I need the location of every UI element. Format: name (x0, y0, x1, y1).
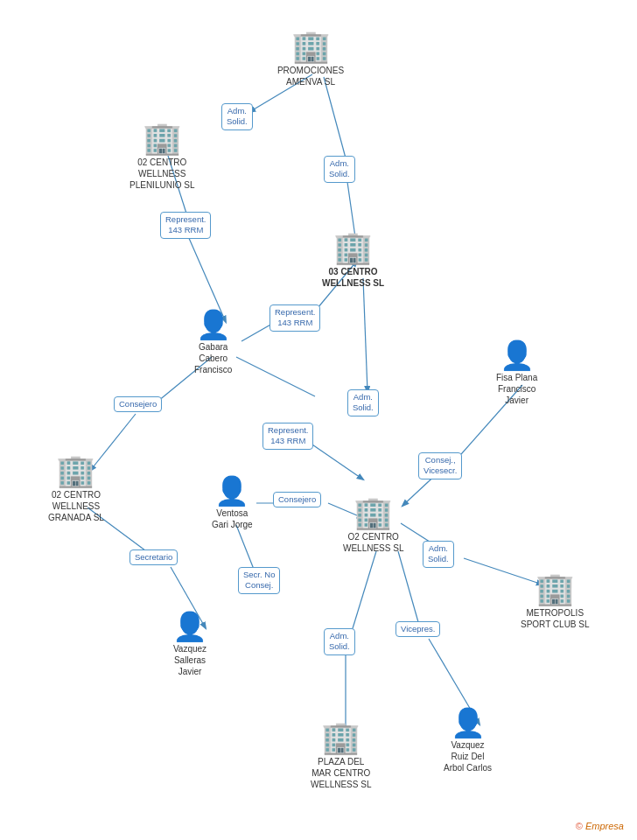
building-icon-promociones: 🏢 (291, 31, 331, 62)
svg-line-9 (236, 357, 315, 396)
label-vazquez-ruiz: VazquezRuiz DelArbol Carlos (444, 739, 492, 774)
relation-adm-solid-2: Adm.Solid. (324, 156, 355, 183)
relation-adm-solid-4: Adm.Solid. (423, 541, 454, 568)
relation-adm-solid-5: Adm.Solid. (324, 628, 355, 655)
node-centro03: 🏢 03 CENTROWELLNESS SL (322, 232, 384, 289)
label-metropolis: METROPOLISSPORT CLUB SL (521, 607, 590, 630)
label-vazquez-salleras: VazquezSallerasJavier (173, 643, 206, 677)
connections-svg (0, 0, 637, 840)
watermark-copy: © (576, 821, 583, 831)
label-promociones: PROMOCIONES AMENVA SL (271, 65, 350, 88)
relation-secretario: Secretario (130, 550, 178, 565)
relation-represent-2: Represent.143 RRM (270, 304, 320, 332)
watermark: © Empresa (576, 821, 624, 831)
svg-line-1 (324, 77, 347, 164)
person-icon-vazquez-salleras: 👤 (172, 612, 207, 640)
relation-consej-vicesecr: Consej.,Vicesecr. (418, 452, 462, 480)
label-centro03: 03 CENTROWELLNESS SL (322, 266, 384, 289)
node-gabara: 👤 GabaraCaberoFrancisco (194, 311, 232, 375)
label-plaza-del-mar: PLAZA DELMAR CENTROWELLNESS SL (311, 756, 371, 790)
node-centro02-wellness: 🏢 O2 CENTROWELLNESS SL (343, 497, 403, 554)
relation-represent-3: Represent.143 RRM (262, 423, 313, 450)
node-promociones: 🏢 PROMOCIONES AMENVA SL (271, 31, 350, 88)
building-icon-granada: 🏢 (56, 455, 95, 486)
label-fisa: Fisa PlanaFranciscoJavier (496, 372, 537, 406)
relation-adm-solid-3: Adm.Solid. (347, 389, 379, 416)
node-metropolis: 🏢 METROPOLISSPORT CLUB SL (521, 573, 590, 630)
label-plenilunio: 02 CENTROWELLNESSPLENILUNIO SL (130, 157, 194, 191)
relation-represent-1: Represent.143 RRM (160, 212, 211, 239)
label-gabara: GabaraCaberoFrancisco (194, 341, 232, 375)
building-icon-centro03: 🏢 (333, 232, 373, 263)
relation-consejero-2: Consejero (273, 492, 321, 508)
svg-line-23 (398, 551, 420, 628)
label-ventosa: VentosaGari Jorge (212, 508, 253, 530)
building-icon-metropolis: 🏢 (536, 573, 575, 605)
node-centro02-plenilunio: 🏢 02 CENTROWELLNESSPLENILUNIO SL (130, 122, 194, 191)
node-centro02-granada: 🏢 02 CENTROWELLNESSGRANADA SL (48, 455, 104, 523)
building-icon-o2wellness: 🏢 (354, 497, 393, 528)
relation-consejero-1: Consejero (114, 396, 162, 412)
diagram-container: 🏢 PROMOCIONES AMENVA SL 🏢 02 CENTROWELLN… (0, 0, 637, 840)
node-fisa: 👤 Fisa PlanaFranciscoJavier (496, 341, 537, 406)
person-icon-ventosa: 👤 (214, 477, 249, 505)
relation-vicepres: Vicepres. (396, 621, 440, 637)
node-plaza-del-mar: 🏢 PLAZA DELMAR CENTROWELLNESS SL (311, 722, 371, 790)
label-o2wellness: O2 CENTROWELLNESS SL (343, 531, 403, 554)
building-icon-plaza-del-mar: 🏢 (321, 722, 360, 753)
node-vazquez-salleras: 👤 VazquezSallerasJavier (172, 612, 207, 677)
building-icon-plenilunio: 🏢 (143, 122, 182, 154)
label-granada: 02 CENTROWELLNESSGRANADA SL (48, 489, 104, 523)
person-icon-fisa: 👤 (500, 341, 535, 369)
relation-secr-no-consej: Secr. NoConsej. (238, 567, 280, 594)
svg-line-11 (363, 278, 368, 392)
watermark-brand: Empresa (585, 821, 624, 831)
relation-adm-solid-1: Adm.Solid. (221, 103, 253, 130)
svg-line-21 (350, 551, 376, 637)
person-icon-gabara: 👤 (196, 311, 231, 339)
node-vazquez-ruiz: 👤 VazquezRuiz DelArbol Carlos (444, 709, 492, 774)
node-ventosa: 👤 VentosaGari Jorge (212, 477, 253, 530)
person-icon-vazquez-ruiz: 👤 (451, 709, 486, 737)
